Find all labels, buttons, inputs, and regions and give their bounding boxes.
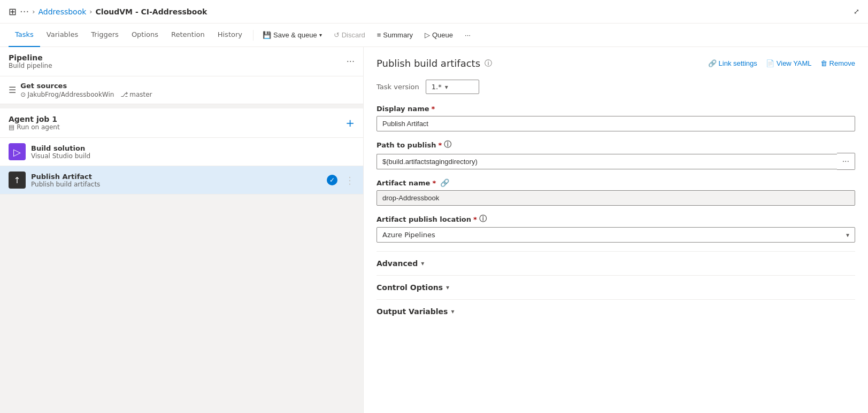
save-queue-button[interactable]: 💾 Save & queue ▾ bbox=[258, 28, 327, 42]
remove-label: Remove bbox=[829, 59, 855, 67]
task-publish-title: Publish Artifact bbox=[31, 173, 100, 181]
task-detail-header: Publish build artifacts ⓘ 🔗 Link setting… bbox=[377, 58, 855, 69]
expand-icon[interactable]: ⤢ bbox=[854, 7, 859, 15]
tab-retention[interactable]: Retention bbox=[165, 24, 211, 47]
advanced-section[interactable]: Advanced ▾ bbox=[377, 251, 855, 275]
add-task-button[interactable]: + bbox=[345, 116, 355, 129]
link-settings-button[interactable]: 🔗 Link settings bbox=[708, 59, 757, 67]
output-variables-header: Output Variables ▾ bbox=[377, 307, 855, 316]
advanced-label: Advanced bbox=[377, 259, 418, 268]
agent-job-row[interactable]: Agent job 1 ▤ Run on agent + bbox=[0, 108, 363, 138]
queue-button[interactable]: ▷ Queue bbox=[420, 28, 458, 42]
tab-tasks[interactable]: Tasks bbox=[9, 24, 40, 47]
artifact-name-input[interactable] bbox=[377, 190, 855, 206]
task-publish-artifact[interactable]: ↑ Publish Artifact Publish build artifac… bbox=[0, 166, 363, 194]
task-build-icon: ▷ bbox=[9, 143, 26, 160]
task-build-solution[interactable]: ▷ Build solution Visual Studio build bbox=[0, 138, 363, 166]
get-sources-meta: ⊙ JakubFrog/AddressbookWin ⎇ master bbox=[20, 91, 152, 98]
pipeline-more-button[interactable]: ··· bbox=[347, 57, 355, 67]
control-options-section[interactable]: Control Options ▾ bbox=[377, 275, 855, 299]
discard-button[interactable]: ↺ Discard bbox=[329, 28, 370, 42]
view-yaml-label: View YAML bbox=[777, 59, 812, 67]
breadcrumb-link1[interactable]: Addressbook bbox=[38, 7, 86, 16]
path-required: * bbox=[438, 141, 442, 149]
control-options-chevron-icon: ▾ bbox=[446, 284, 449, 291]
summary-button[interactable]: ≡ Summary bbox=[372, 28, 418, 42]
save-queue-chevron: ▾ bbox=[319, 32, 322, 38]
artifact-name-required: * bbox=[432, 179, 436, 187]
branch-icon: ⎇ bbox=[120, 91, 128, 98]
publish-location-select[interactable]: Azure Pipelines ▾ bbox=[377, 227, 855, 243]
queue-label: Queue bbox=[432, 31, 453, 39]
breadcrumb-bar: ⊞ ··· › Addressbook › CloudVM - CI-Addre… bbox=[0, 0, 868, 24]
tab-variables[interactable]: Variables bbox=[40, 24, 85, 47]
task-build-sub: Visual Studio build bbox=[31, 152, 90, 160]
tab-options[interactable]: Options bbox=[125, 24, 165, 47]
display-name-group: Display name * bbox=[377, 105, 855, 131]
breadcrumb-dots[interactable]: ··· bbox=[20, 6, 29, 17]
advanced-chevron-icon: ▾ bbox=[421, 260, 424, 267]
tab-history[interactable]: History bbox=[211, 24, 249, 47]
task-title-text: Publish build artifacts bbox=[377, 58, 480, 69]
remove-button[interactable]: 🗑 Remove bbox=[820, 59, 855, 67]
get-sources-icon: ☰ bbox=[9, 85, 16, 95]
pipeline-info: Pipeline Build pipeline bbox=[9, 53, 52, 69]
tab-divider bbox=[253, 30, 254, 41]
summary-icon: ≡ bbox=[377, 31, 381, 39]
pipeline-title: Pipeline bbox=[9, 53, 52, 62]
version-select[interactable]: 1.* ▾ bbox=[426, 80, 479, 94]
task-action-buttons: 🔗 Link settings 📄 View YAML 🗑 Remove bbox=[708, 59, 855, 67]
task-build-info: Build solution Visual Studio build bbox=[31, 144, 90, 160]
path-input-row: ··· bbox=[377, 153, 855, 170]
version-label: Task version bbox=[377, 83, 419, 91]
view-yaml-button[interactable]: 📄 View YAML bbox=[766, 59, 812, 67]
agent-job-info: Agent job 1 ▤ Run on agent bbox=[9, 115, 60, 131]
publish-location-value: Azure Pipelines bbox=[382, 231, 435, 239]
pipeline-section: Pipeline Build pipeline ··· bbox=[0, 47, 363, 76]
display-name-label: Display name * bbox=[377, 105, 855, 113]
path-input[interactable] bbox=[377, 154, 837, 169]
artifact-link-icon[interactable]: 🔗 bbox=[440, 178, 449, 187]
link-settings-label: Link settings bbox=[719, 59, 757, 67]
publish-location-info-icon[interactable]: ⓘ bbox=[479, 214, 487, 224]
path-group: Path to publish * ⓘ ··· bbox=[377, 140, 855, 170]
publish-location-required: * bbox=[473, 215, 477, 223]
get-sources-info: Get sources ⊙ JakubFrog/AddressbookWin ⎇… bbox=[20, 82, 152, 98]
display-name-input[interactable] bbox=[377, 116, 855, 131]
publish-location-group: Artifact publish location * ⓘ Azure Pipe… bbox=[377, 214, 855, 243]
breadcrumb-current: CloudVM - CI-Addressbook bbox=[96, 7, 208, 16]
trash-icon: 🗑 bbox=[820, 59, 827, 67]
publish-location-label: Artifact publish location * ⓘ bbox=[377, 214, 855, 224]
version-chevron-icon: ▾ bbox=[445, 83, 448, 91]
task-publish-info: Publish Artifact Publish build artifacts bbox=[31, 173, 100, 188]
task-detail-title: Publish build artifacts ⓘ bbox=[377, 58, 492, 69]
breadcrumb-sep2: › bbox=[89, 7, 92, 15]
task-check-icon: ✓ bbox=[327, 175, 337, 185]
left-panel: Pipeline Build pipeline ··· ☰ Get source… bbox=[0, 47, 364, 413]
display-name-required: * bbox=[432, 105, 435, 113]
path-label: Path to publish * ⓘ bbox=[377, 140, 855, 150]
get-sources-row: ☰ Get sources ⊙ JakubFrog/AddressbookWin… bbox=[0, 76, 363, 104]
yaml-icon: 📄 bbox=[766, 59, 774, 67]
control-options-header: Control Options ▾ bbox=[377, 283, 855, 292]
task-upload-icon: ↑ bbox=[9, 172, 26, 189]
pipeline-sub: Build pipeline bbox=[9, 62, 52, 69]
get-sources-repo: ⊙ JakubFrog/AddressbookWin bbox=[20, 91, 114, 98]
agent-job-title: Agent job 1 bbox=[9, 115, 60, 123]
save-icon: 💾 bbox=[263, 31, 271, 39]
output-variables-label: Output Variables bbox=[377, 307, 448, 316]
tab-triggers[interactable]: Triggers bbox=[85, 24, 125, 47]
task-info-icon[interactable]: ⓘ bbox=[485, 59, 492, 68]
get-sources-branch: ⎇ master bbox=[120, 91, 152, 98]
vs-icon: ▷ bbox=[13, 146, 21, 158]
output-variables-section[interactable]: Output Variables ▾ bbox=[377, 299, 855, 323]
discard-label: Discard bbox=[342, 31, 365, 39]
save-queue-label: Save & queue bbox=[273, 31, 317, 39]
version-value: 1.* bbox=[432, 83, 442, 91]
toolbar-more-button[interactable]: ··· bbox=[460, 28, 475, 42]
task-grip-icon[interactable]: ⋮ bbox=[345, 175, 355, 186]
repo-icon: ⊙ bbox=[20, 91, 26, 98]
toolbar: 💾 Save & queue ▾ ↺ Discard ≡ Summary ▷ Q… bbox=[258, 28, 475, 42]
path-browse-button[interactable]: ··· bbox=[837, 153, 855, 170]
path-info-icon[interactable]: ⓘ bbox=[444, 140, 451, 150]
